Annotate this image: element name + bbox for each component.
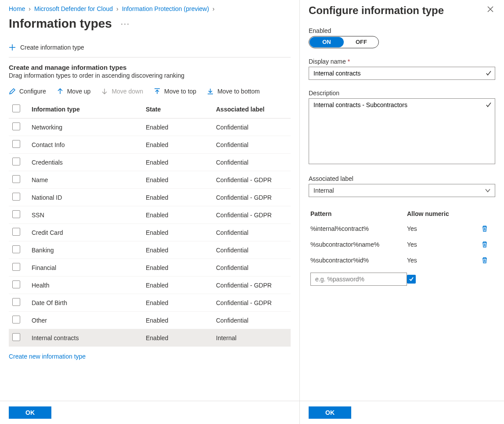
- chevron-right-icon: ›: [116, 5, 119, 12]
- row-checkbox[interactable]: [12, 280, 20, 288]
- create-link-label: Create information type: [20, 44, 84, 51]
- row-label: Confidential: [212, 241, 291, 259]
- breadcrumb-home[interactable]: Home: [9, 5, 25, 12]
- row-name: Credit Card: [28, 224, 142, 241]
- row-label: Confidential: [212, 259, 291, 277]
- row-checkbox[interactable]: [12, 316, 20, 323]
- panel-footer: OK: [300, 401, 504, 424]
- row-checkbox[interactable]: [12, 122, 20, 130]
- row-checkbox[interactable]: [12, 140, 20, 148]
- row-label: Internal: [212, 329, 291, 347]
- table-row[interactable]: BankingEnabledConfidential: [9, 241, 291, 259]
- chevron-right-icon: ›: [29, 5, 31, 12]
- row-name: Internal contracts: [28, 329, 142, 347]
- row-label: Confidential - GDPR: [212, 206, 291, 224]
- arrow-up-icon: [57, 88, 64, 95]
- close-icon[interactable]: [486, 4, 495, 14]
- pattern-row: %subcontractor%id%Yes: [309, 252, 495, 268]
- table-row[interactable]: CredentialsEnabledConfidential: [9, 154, 291, 171]
- row-checkbox[interactable]: [12, 333, 20, 341]
- row-name: Health: [28, 277, 142, 294]
- move-down-button: Move down: [101, 88, 143, 95]
- table-row[interactable]: SSNEnabledConfidential - GDPR: [9, 206, 291, 224]
- column-associated-label[interactable]: Associated label: [212, 100, 291, 119]
- arrow-top-icon: [154, 88, 161, 95]
- row-name: Date Of Birth: [28, 294, 142, 312]
- arrow-down-icon: [101, 88, 108, 95]
- create-new-info-type-link[interactable]: Create new information type: [9, 353, 291, 360]
- row-label: Confidential: [212, 119, 291, 136]
- display-name-input[interactable]: [309, 67, 495, 80]
- checkmark-icon: [486, 102, 492, 108]
- panel-ok-button[interactable]: OK: [309, 406, 351, 419]
- move-to-top-button[interactable]: Move to top: [154, 88, 196, 95]
- row-checkbox[interactable]: [12, 245, 20, 253]
- table-row[interactable]: OtherEnabledConfidential: [9, 312, 291, 329]
- toggle-on-segment: ON: [310, 37, 344, 47]
- allow-numeric-value: Yes: [407, 225, 481, 232]
- move-to-bottom-button[interactable]: Move to bottom: [207, 88, 260, 95]
- row-name: Contact Info: [28, 136, 142, 154]
- column-state[interactable]: State: [142, 100, 212, 119]
- enabled-toggle[interactable]: ON OFF: [309, 36, 379, 48]
- row-name: SSN: [28, 206, 142, 224]
- row-label: Confidential: [212, 154, 291, 171]
- row-checkbox[interactable]: [12, 263, 20, 271]
- table-row[interactable]: Date Of BirthEnabledConfidential - GDPR: [9, 294, 291, 312]
- row-state: Enabled: [142, 241, 212, 259]
- table-row[interactable]: NameEnabledConfidential - GDPR: [9, 171, 291, 189]
- description-textarea[interactable]: [309, 98, 495, 164]
- row-state: Enabled: [142, 206, 212, 224]
- row-checkbox[interactable]: [12, 298, 20, 306]
- table-row[interactable]: National IDEnabledConfidential - GDPR: [9, 189, 291, 206]
- row-state: Enabled: [142, 171, 212, 189]
- associated-label-select[interactable]: Internal: [309, 184, 495, 197]
- breadcrumb-defender[interactable]: Microsoft Defender for Cloud: [34, 5, 113, 12]
- delete-icon[interactable]: [481, 257, 493, 264]
- row-label: Confidential - GDPR: [212, 277, 291, 294]
- row-state: Enabled: [142, 259, 212, 277]
- row-checkbox[interactable]: [12, 193, 20, 201]
- row-checkbox[interactable]: [12, 228, 20, 236]
- checkmark-icon: [486, 70, 492, 76]
- breadcrumb: Home › Microsoft Defender for Cloud › In…: [9, 5, 291, 12]
- row-state: Enabled: [142, 119, 212, 136]
- delete-icon[interactable]: [481, 241, 493, 248]
- ok-button[interactable]: OK: [9, 406, 51, 419]
- row-state: Enabled: [142, 312, 212, 329]
- table-row[interactable]: FinancialEnabledConfidential: [9, 259, 291, 277]
- row-state: Enabled: [142, 136, 212, 154]
- table-row[interactable]: Internal contractsEnabledInternal: [9, 329, 291, 347]
- left-footer: OK: [0, 401, 299, 424]
- table-row[interactable]: Contact InfoEnabledConfidential: [9, 136, 291, 154]
- more-menu-icon[interactable]: ···: [119, 18, 132, 30]
- enabled-label: Enabled: [309, 27, 495, 34]
- column-information-type[interactable]: Information type: [28, 100, 142, 119]
- allow-numeric-value: Yes: [407, 241, 481, 248]
- chevron-right-icon: ›: [212, 5, 215, 12]
- configure-button[interactable]: Configure: [9, 88, 46, 95]
- row-checkbox[interactable]: [12, 210, 20, 218]
- pattern-row: %subcontractor%name%Yes: [309, 237, 495, 252]
- pattern-row: %internal%contract%Yes: [309, 221, 495, 237]
- breadcrumb-info-protection[interactable]: Information Protection (preview): [122, 5, 209, 12]
- table-row[interactable]: Credit CardEnabledConfidential: [9, 224, 291, 241]
- required-asterisk: *: [348, 58, 350, 65]
- pencil-icon: [9, 88, 16, 95]
- section-subtitle: Create and manage information types: [9, 64, 291, 71]
- row-state: Enabled: [142, 329, 212, 347]
- create-information-type-button[interactable]: Create information type: [9, 42, 291, 53]
- page-title: Information types: [9, 17, 112, 31]
- allow-numeric-checkbox[interactable]: [407, 275, 416, 284]
- row-label: Confidential - GDPR: [212, 171, 291, 189]
- move-up-button[interactable]: Move up: [57, 88, 91, 95]
- table-row[interactable]: NetworkingEnabledConfidential: [9, 119, 291, 136]
- new-pattern-input[interactable]: [310, 273, 407, 286]
- delete-icon[interactable]: [481, 225, 493, 232]
- row-checkbox[interactable]: [12, 175, 20, 183]
- select-all-checkbox[interactable]: [12, 104, 20, 112]
- allow-numeric-value: Yes: [407, 257, 481, 264]
- row-name: Banking: [28, 241, 142, 259]
- table-row[interactable]: HealthEnabledConfidential - GDPR: [9, 277, 291, 294]
- row-checkbox[interactable]: [12, 158, 20, 165]
